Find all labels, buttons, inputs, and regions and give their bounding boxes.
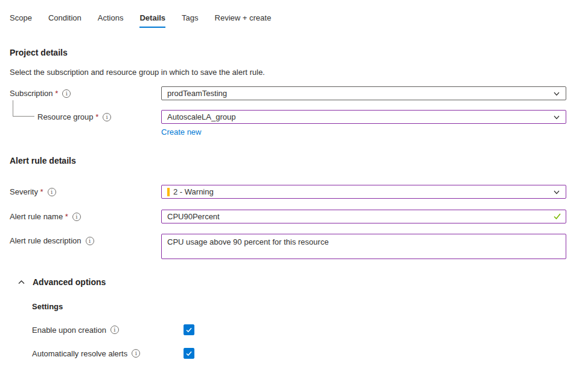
enable-upon-creation-row: Enable upon creation i: [32, 324, 588, 335]
alert-rule-details-heading: Alert rule details: [10, 156, 588, 165]
alert-rule-description-label: Alert rule description: [10, 236, 81, 245]
create-new-link[interactable]: Create new: [161, 127, 201, 137]
resource-group-label: Resource group *: [37, 112, 98, 121]
info-icon[interactable]: i: [48, 188, 56, 196]
chevron-down-icon: [553, 90, 560, 97]
info-icon[interactable]: i: [103, 113, 111, 121]
tab-review-create[interactable]: Review + create: [215, 13, 272, 28]
automatically-resolve-alerts-row: Automatically resolve alerts i: [32, 348, 588, 359]
severity-value: 2 - Warning: [173, 187, 214, 196]
tab-details[interactable]: Details: [139, 13, 165, 28]
required-marker: *: [55, 89, 58, 98]
subscription-label-group: Subscription * i: [10, 86, 161, 98]
resource-group-row: Resource group * i AutoscaleLA_group Cre…: [10, 110, 588, 137]
alert-rule-description-textarea[interactable]: CPU usage above 90 percent for this reso…: [161, 234, 566, 259]
severity-label: Severity *: [10, 187, 43, 196]
resource-group-value: AutoscaleLA_group: [167, 112, 235, 121]
alert-rule-name-input[interactable]: [161, 210, 566, 223]
subscription-row: Subscription * i prodTeamTesting: [10, 86, 588, 100]
required-marker: *: [40, 187, 43, 196]
subscription-value: prodTeamTesting: [167, 89, 227, 98]
tab-scope[interactable]: Scope: [10, 13, 32, 28]
enable-upon-creation-label: Enable upon creation: [32, 326, 106, 335]
info-icon[interactable]: i: [86, 237, 94, 245]
advanced-options-toggle[interactable]: Advanced options: [18, 277, 588, 287]
info-icon[interactable]: i: [62, 89, 71, 98]
tab-tags[interactable]: Tags: [182, 13, 198, 28]
alert-rule-name-row: Alert rule name * i: [10, 210, 588, 223]
chevron-down-icon: [553, 114, 560, 121]
alert-rule-name-label-group: Alert rule name * i: [10, 210, 161, 221]
required-marker: *: [65, 212, 68, 221]
check-icon: [185, 350, 193, 357]
validation-success-check-icon: [553, 212, 561, 223]
subscription-select[interactable]: prodTeamTesting: [161, 86, 566, 100]
tab-bar: Scope Condition Actions Details Tags Rev…: [0, 0, 588, 28]
enable-upon-creation-label-group: Enable upon creation i: [32, 326, 184, 335]
hierarchy-connector-line: [13, 100, 34, 117]
info-icon[interactable]: i: [110, 326, 119, 334]
project-details-heading: Project details: [10, 48, 588, 57]
enable-upon-creation-checkbox[interactable]: [184, 324, 194, 335]
settings-heading: Settings: [32, 302, 588, 311]
tab-actions[interactable]: Actions: [98, 13, 124, 28]
info-icon[interactable]: i: [72, 213, 81, 221]
automatically-resolve-alerts-label: Automatically resolve alerts: [32, 349, 127, 358]
info-icon[interactable]: i: [132, 349, 140, 358]
severity-row: Severity * i 2 - Warning: [10, 185, 588, 199]
check-icon: [185, 326, 193, 333]
automatically-resolve-alerts-label-group: Automatically resolve alerts i: [32, 349, 184, 358]
automatically-resolve-alerts-checkbox[interactable]: [184, 348, 194, 359]
advanced-options-heading: Advanced options: [33, 277, 106, 287]
resource-group-label-group: Resource group * i: [10, 110, 161, 121]
severity-select[interactable]: 2 - Warning: [161, 185, 566, 199]
tab-condition[interactable]: Condition: [48, 13, 81, 28]
alert-rule-name-label: Alert rule name *: [10, 212, 68, 221]
resource-group-select[interactable]: AutoscaleLA_group: [161, 110, 566, 124]
chevron-down-icon: [553, 188, 560, 196]
alert-rule-description-label-group: Alert rule description i: [10, 234, 161, 245]
project-details-description: Select the subscription and resource gro…: [10, 68, 588, 77]
subscription-label: Subscription *: [10, 89, 58, 98]
required-marker: *: [95, 112, 98, 121]
severity-label-group: Severity * i: [10, 185, 161, 196]
chevron-up-icon: [18, 278, 25, 286]
alert-rule-description-row: Alert rule description i CPU usage above…: [10, 234, 588, 262]
severity-warning-bar-icon: [167, 188, 170, 196]
